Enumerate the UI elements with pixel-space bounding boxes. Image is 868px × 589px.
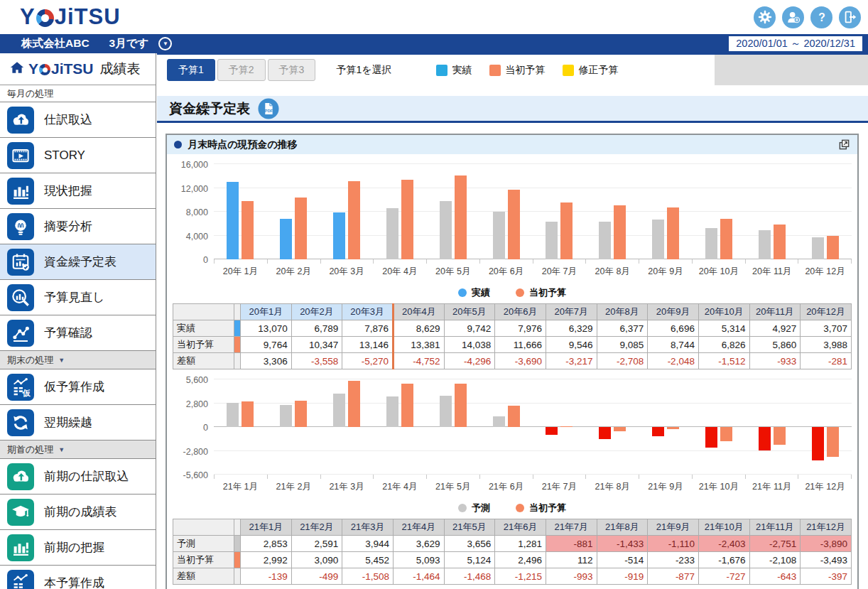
row-color-chip — [234, 536, 241, 552]
sidebar-item-label: 予算見直し — [44, 289, 104, 306]
value-cell: -5,270 — [342, 353, 394, 369]
value-cell: 9,085 — [597, 337, 648, 353]
bar — [333, 394, 345, 427]
value-cell: 1,281 — [495, 536, 546, 552]
magnifier-chart-icon — [7, 284, 34, 311]
x-tick-label: 21年 3月 — [320, 479, 374, 493]
bar — [560, 426, 573, 427]
logout-icon[interactable] — [839, 6, 861, 28]
month-header: 21年2月 — [291, 519, 342, 536]
month-header: 21年5月 — [444, 519, 495, 536]
x-tick-label: 20年 1月 — [214, 264, 267, 278]
user-icon[interactable] — [782, 6, 804, 28]
month-header: 20年2月 — [291, 304, 342, 320]
calendar-chart-icon — [7, 249, 34, 276]
monthly-data-table: 20年1月20年2月20年3月20年4月20年5月20年6月20年7月20年8月… — [173, 303, 852, 369]
value-cell: 7,976 — [495, 320, 546, 337]
bar — [386, 396, 398, 427]
month-header: 21年10月 — [698, 519, 749, 536]
help-icon[interactable]: ? — [810, 6, 832, 28]
x-tick-label: 21年 7月 — [533, 479, 586, 493]
row-label: 予測 — [173, 536, 234, 552]
sidebar-item-story[interactable]: STORY — [0, 138, 156, 173]
row-color-chip — [234, 337, 241, 353]
bar-group — [692, 164, 745, 259]
x-tick-label: 20年 4月 — [373, 264, 426, 278]
bar-chart-icon — [7, 534, 34, 561]
x-tick-label: 20年 7月 — [533, 264, 586, 278]
sidebar-item-label: 仮予算作成 — [44, 379, 104, 395]
table-header-row: 20年1月20年2月20年3月20年4月20年5月20年6月20年7月20年8月… — [173, 304, 852, 320]
x-tick-label: 21年 4月 — [373, 479, 426, 493]
value-cell: 112 — [546, 552, 597, 568]
panel-title: 月末時点の現預金の推移 — [188, 139, 298, 151]
value-cell: -397 — [801, 568, 852, 585]
sidebar-section-header[interactable]: 期首の処理▼ — [0, 441, 156, 459]
sidebar-item-draft-budget[interactable]: 仮仮予算作成 — [0, 369, 156, 405]
legend-dot — [516, 504, 524, 512]
sidebar-item-journal-import[interactable]: 仕訳取込 — [0, 102, 156, 138]
sidebar-item-current-status[interactable]: 現状把握 — [0, 173, 156, 209]
value-cell: 14,038 — [444, 337, 495, 353]
bar — [774, 427, 786, 445]
legend-dot — [458, 288, 467, 297]
sidebar-item-label: 現状把握 — [44, 183, 92, 199]
settings-icon[interactable] — [754, 6, 776, 28]
sidebar-item-budget-review[interactable]: 予算見直し — [0, 280, 156, 315]
sidebar-item-summary-analysis[interactable]: 摘要分析 — [0, 209, 156, 244]
value-cell: 5,860 — [749, 337, 801, 353]
logo-text-rest: JiTSU — [55, 4, 121, 30]
legend-label: 当初予算 — [529, 286, 566, 299]
bar — [827, 236, 839, 259]
sidebar-section-header[interactable]: 期末の処理▼ — [0, 351, 156, 369]
bar-group — [745, 379, 798, 475]
bar-group — [267, 379, 320, 475]
sidebar-item-prev-status[interactable]: 前期の把握 — [0, 530, 156, 566]
legend-label: 当初予算 — [506, 64, 546, 77]
budget-tabs: 予算1予算2予算3 — [167, 59, 318, 81]
x-tick-label: 20年 6月 — [479, 264, 533, 278]
sidebar-item-carryover[interactable]: 翌期繰越 — [0, 405, 156, 441]
table-row: 差額3,306-3,558-5,270-4,752-4,296-3,690-3,… — [173, 353, 852, 369]
sidebar-item-prev-journal-import[interactable]: 前期の仕訳取込 — [0, 459, 156, 495]
sidebar: Y JiTSU 成績表 毎月の処理仕訳取込STORY現状把握摘要分析資金繰予定表… — [0, 53, 156, 589]
month-header: 20年1月 — [241, 304, 292, 320]
date-range[interactable]: 2020/01/01 ～ 2020/12/31 — [729, 36, 862, 51]
sidebar-section-label: 期末の処理 — [7, 354, 53, 367]
tab-budget1[interactable]: 予算1 — [167, 59, 215, 81]
tab-budget3[interactable]: 予算3 — [268, 59, 316, 81]
bar — [386, 208, 398, 259]
top-bar: Y JiTSU ? — [0, 0, 868, 34]
value-cell: -1,464 — [393, 568, 444, 585]
value-cell: 13,146 — [342, 337, 394, 353]
monthly-data-table: 21年1月21年2月21年3月21年4月21年5月21年6月21年7月21年8月… — [173, 519, 852, 585]
sidebar-item-main-budget[interactable]: 本予算作成 — [0, 566, 156, 589]
bar — [493, 416, 505, 427]
sidebar-item-budget-check[interactable]: 予算確認 — [0, 315, 156, 351]
bar-group — [639, 164, 693, 259]
company-bar: 株式会社ABC 3月です ▼ 2020/01/01 ～ 2020/12/31 — [0, 34, 868, 53]
month-header: 21年1月 — [241, 519, 292, 536]
value-cell: 10,347 — [291, 337, 342, 353]
popup-window-icon[interactable] — [838, 139, 850, 151]
topbar-icons: ? — [754, 6, 861, 28]
bar-group — [320, 379, 374, 475]
value-cell: -1,433 — [597, 536, 648, 552]
month-header: 21年4月 — [393, 519, 444, 536]
sidebar-logo: Y JiTSU — [28, 60, 94, 77]
main-content: 予算1予算2予算3 予算1を選択 実績当初予算修正予算 資金繰予定表 PDF 月… — [157, 53, 868, 589]
y-tick-label: 0 — [203, 255, 208, 265]
value-cell: -1,676 — [698, 552, 749, 568]
tab-budget2[interactable]: 予算2 — [217, 59, 266, 81]
value-cell: 11,666 — [495, 337, 546, 353]
y-tick-label: 4,000 — [186, 232, 208, 242]
toolbar-legend: 実績当初予算修正予算 — [436, 64, 619, 77]
month-header: 20年6月 — [495, 304, 546, 320]
value-cell: -3,690 — [495, 353, 546, 369]
company-dropdown-button[interactable]: ▼ — [158, 37, 172, 50]
sidebar-header[interactable]: Y JiTSU 成績表 — [0, 53, 156, 85]
value-cell: -499 — [291, 568, 342, 585]
sidebar-item-cashflow-schedule[interactable]: 資金繰予定表 — [0, 244, 156, 280]
pdf-export-button[interactable]: PDF — [258, 98, 279, 119]
sidebar-item-prev-report[interactable]: 前期の成績表 — [0, 495, 156, 530]
